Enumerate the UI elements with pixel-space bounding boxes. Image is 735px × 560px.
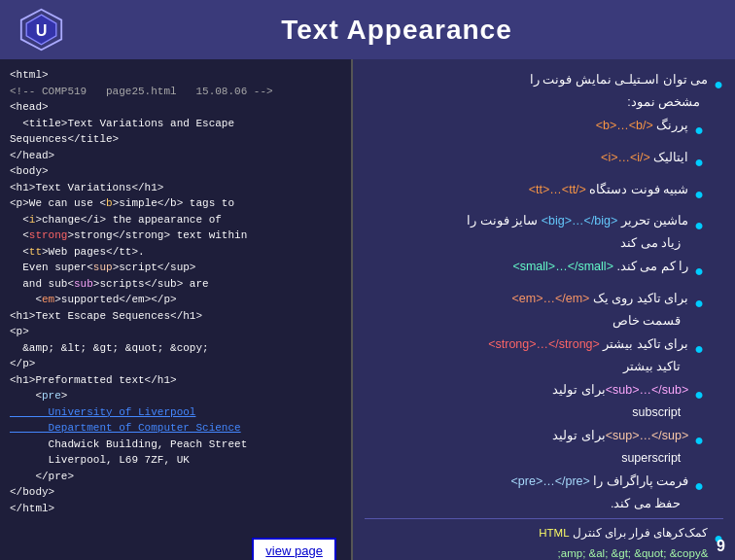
- slide-container: U Text Appearance <html> <!-- COMP519 pa…: [0, 0, 735, 560]
- bullet-dot: ●: [714, 71, 723, 99]
- code-line: </pre>: [10, 469, 341, 485]
- code-line: <title>Text Variations and Escape: [10, 116, 341, 132]
- rtl-item-1: ● می توان اسـتیلـی نمایش فونت را مشخص نم…: [365, 69, 723, 113]
- svg-text:U: U: [36, 21, 48, 39]
- rtl-text-11: فرمت پاراگراف را <pre>…</pre> حفظ می کند…: [511, 471, 689, 514]
- view-page-button[interactable]: view page: [252, 538, 336, 560]
- rtl-text-7: برای تاکید روی یک <em>…</em> قسمت خاص: [511, 288, 688, 332]
- rtl-item-10: ● <sup>…</sup>برای توليد superscript: [365, 425, 704, 469]
- code-university: University of Liverpool: [10, 404, 341, 421]
- slide-title: Text Appearance: [78, 15, 716, 46]
- rtl-text-12: کمک‌کرها‌ی فرار برای کنترل HTML &amp; &a…: [539, 523, 708, 560]
- code-line: <tt>Web pages</tt>.: [10, 244, 341, 261]
- rtl-item-6: ● را کم می کند. <small>…</small>: [365, 256, 704, 286]
- code-line: Even super<sup>script</sup>: [10, 260, 341, 276]
- code-line: &amp; &lt; &gt; &quot; &copy;: [10, 340, 341, 357]
- code-panel: <html> <!-- COMP519 page25.html 15.08.06…: [0, 59, 353, 560]
- rtl-text-10: <sup>…</sup>برای توليد superscript: [552, 425, 688, 469]
- code-line: <strong>strong</strong> text within: [10, 228, 341, 244]
- rtl-item-9: ● <sub>…</sub>برای توليد subscript: [365, 379, 704, 423]
- rtl-item-7: ● برای تاکید روی یک <em>…</em> قسمت خاص: [365, 288, 704, 332]
- bullet-dot-6: ●: [694, 258, 704, 286]
- rtl-item-8: ● برای تاکید بیشتر <strong>…</strong> تا…: [365, 333, 704, 377]
- code-line: <html>: [10, 67, 341, 84]
- bullet-dot-9: ●: [694, 381, 704, 409]
- code-line: <!-- COMP519 page25.html 15.08.06 -->: [10, 84, 341, 100]
- rtl-bottom-item: ● کمک‌کرها‌ی فرار برای کنترل HTML &amp; …: [365, 518, 723, 560]
- main-content: <html> <!-- COMP519 page25.html 15.08.06…: [0, 59, 735, 560]
- rtl-text-1: می توان اسـتیلـی نمایش فونت را مشخص نمود…: [530, 69, 708, 113]
- code-line: <p>We can use <b>simple</b> tags to: [10, 195, 341, 212]
- rtl-item-3: ● ایتالیک </i>…<i>: [365, 147, 704, 177]
- bullet-dot-11: ●: [694, 472, 704, 501]
- rtl-sub-items: ● پررنگ </b>…<b> ● ایتالیک </i>…<i> ● شب…: [365, 115, 723, 514]
- code-line: <h1>Text Escape Sequences</h1>: [10, 308, 341, 325]
- code-line: <p>: [10, 324, 341, 340]
- rtl-text-3: ایتالیک </i>…<i>: [601, 147, 688, 169]
- rtl-text-6: را کم می کند. <small>…</small>: [512, 256, 688, 278]
- rtl-text-2: پررنگ </b>…<b>: [596, 115, 689, 137]
- code-line: <em>supported</em></p>: [10, 292, 341, 308]
- rtl-text-8: برای تاکید بیشتر <strong>…</strong> تاکی…: [488, 333, 688, 377]
- logo-icon: U: [19, 8, 63, 52]
- code-line: <h1>Preformatted text</h1>: [10, 372, 341, 389]
- rtl-item-5: ● ماشین تحریر <big>…</big> سایز فونت را …: [365, 210, 704, 254]
- code-line: </p>: [10, 356, 341, 372]
- bullet-dot-2: ●: [694, 117, 704, 145]
- bullet-dot-7: ●: [694, 290, 704, 318]
- rtl-item-11: ● فرمت پاراگراف را <pre>…</pre> حفظ می ک…: [365, 471, 704, 514]
- rtl-panel: ● می توان اسـتیلـی نمایش فونت را مشخص نم…: [353, 59, 735, 560]
- page-number: 9: [717, 538, 725, 555]
- code-line: <pre>: [10, 388, 341, 404]
- code-line: </html>: [10, 501, 341, 517]
- code-line: </head>: [10, 148, 341, 164]
- rtl-text-4: شبیه فونت دستگاه </tt>…<tt>: [529, 179, 689, 201]
- code-line: <body>: [10, 163, 341, 180]
- code-line: Sequences</title>: [10, 131, 341, 148]
- rtl-item-12: ● کمک‌کرها‌ی فرار برای کنترل HTML &amp; …: [365, 523, 723, 560]
- code-line: </body>: [10, 484, 341, 501]
- slide-header: U Text Appearance: [0, 0, 735, 59]
- code-line: and sub<sub>scripts</sub> are: [10, 276, 341, 293]
- rtl-item-4: ● شبیه فونت دستگاه </tt>…<tt>: [365, 179, 704, 209]
- code-department: Department of Computer Science: [10, 420, 341, 437]
- bullet-dot-8: ●: [694, 335, 704, 364]
- rtl-item-2: ● پررنگ </b>…<b>: [365, 115, 704, 145]
- bullet-dot-5: ●: [694, 212, 704, 240]
- code-line: <i>change</i> the appearance of: [10, 212, 341, 228]
- bullet-dot-10: ●: [694, 427, 704, 455]
- code-line: <head>: [10, 99, 341, 116]
- code-line: Liverpool, L69 7ZF, UK: [10, 452, 341, 469]
- rtl-text-9: <sub>…</sub>برای توليد subscript: [552, 379, 688, 423]
- code-line: Chadwick Building, Peach Street: [10, 437, 341, 453]
- bullet-dot-4: ●: [694, 181, 704, 209]
- rtl-text-5: ماشین تحریر <big>…</big> سایز فونت را زی…: [467, 210, 688, 254]
- bullet-dot-3: ●: [694, 149, 704, 177]
- code-line: <h1>Text Variations</h1>: [10, 180, 341, 196]
